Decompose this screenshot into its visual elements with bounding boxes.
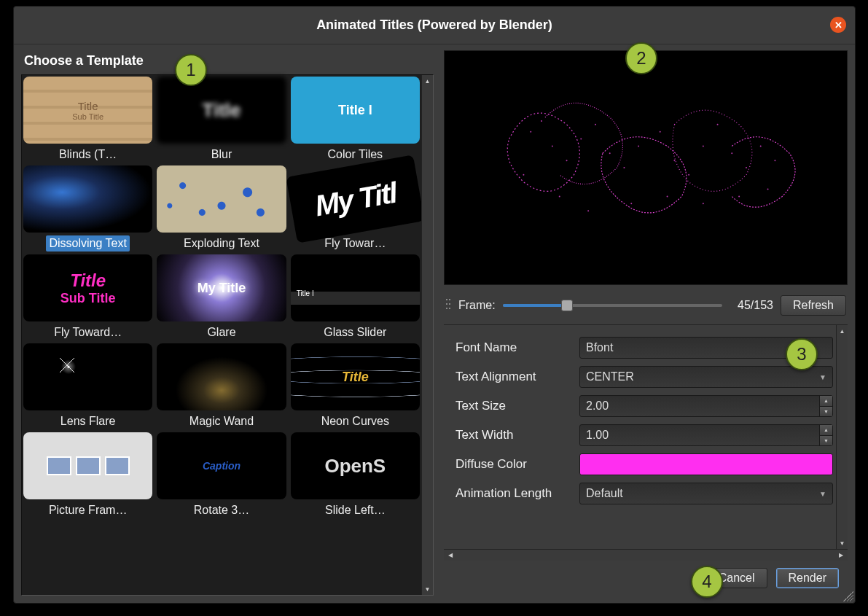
svg-point-8 [638,145,639,147]
template-label: Glass Slider [321,324,389,340]
template-thumb: Title [291,343,420,410]
prop-label: Diffuse Color [455,457,579,472]
scroll-left-icon[interactable]: ◀ [445,552,455,558]
scroll-right-icon[interactable]: ▶ [836,552,846,558]
prop-diffuse-color: Diffuse Color [455,453,833,475]
template-label: Exploding Text [181,235,262,252]
template-thumb: Title Sub Title [23,254,152,321]
spinner-buttons[interactable]: ▲ ▼ [819,396,832,416]
prop-text-size: Text Size 2.00 ▲ ▼ [455,395,833,417]
scroll-down-icon[interactable]: ▼ [837,537,848,549]
prop-font-name: Font Name Bfont [455,337,833,359]
template-label: Dissolving Text [46,235,129,252]
template-label: Picture Fram… [46,502,130,518]
spinner-up-icon[interactable]: ▲ [820,425,832,436]
prop-label: Text Size [455,399,579,413]
spinner-buttons[interactable]: ▲ ▼ [819,425,832,445]
template-exploding-text[interactable]: Exploding Text [157,165,286,252]
preview-pane: Frame: 45/153 Refresh Font Name [444,50,848,596]
template-thumb [23,432,152,499]
properties-scrollbar-h[interactable]: ◀ ▶ [444,549,848,561]
template-fly-toward-2[interactable]: Title Sub Title Fly Toward… [23,254,152,340]
template-dissolving-text[interactable]: Dissolving Text [23,165,152,252]
svg-point-7 [623,167,625,168]
svg-point-15 [746,167,747,168]
text-size-spinner[interactable]: 2.00 ▲ ▼ [579,395,833,417]
template-thumb [157,165,286,233]
template-label: Glare [204,324,238,340]
scroll-up-icon[interactable]: ▲ [422,75,433,87]
spinner-up-icon[interactable]: ▲ [820,396,832,407]
template-glare[interactable]: My Title Glare [157,254,286,340]
grip-icon[interactable] [445,297,451,314]
template-label: Neon Curves [318,413,392,429]
template-color-tiles[interactable]: Title I Color Tiles [291,77,420,163]
close-button[interactable]: ✕ [830,17,846,33]
template-thumb: OpenS [291,432,420,499]
frame-slider[interactable] [503,298,722,313]
svg-point-0 [530,131,531,133]
prop-label: Font Name [455,340,579,355]
template-scrollbar[interactable]: ▲ ▼ [421,75,433,595]
svg-point-13 [717,124,719,125]
resize-grip-icon[interactable] [843,591,853,601]
svg-point-16 [760,145,762,147]
svg-point-11 [688,174,689,176]
properties-scrollbar-v[interactable]: ▲ ▼ [836,325,848,549]
close-icon: ✕ [834,20,842,31]
dialog-title: Animated Titles (Powered by Blender) [316,17,552,33]
dialog-body: Choose a Template Title Sub Title Blinds… [14,44,855,603]
template-thumb: My Titl [286,155,425,243]
prop-animation-length: Animation Length Default [455,483,833,504]
template-blinds[interactable]: Title Sub Title Blinds (T… [23,77,152,163]
template-neon-curves[interactable]: Title Neon Curves [291,343,420,429]
template-thumb [23,165,152,233]
template-fly-toward-1[interactable]: My Titl Fly Towar… [291,165,420,252]
template-slide-left[interactable]: OpenS Slide Left… [291,432,420,518]
dialog-footer: Cancel Render [444,561,848,596]
svg-point-17 [774,160,775,161]
preview-viewport [444,50,848,285]
choose-template-heading: Choose a Template [24,53,434,69]
template-thumb: Title I [291,77,420,144]
spinner-down-icon[interactable]: ▼ [820,436,832,446]
svg-point-10 [673,160,675,161]
template-thumb: Title [157,77,286,144]
template-glass-slider[interactable]: Title I Glass Slider [291,254,420,340]
text-width-spinner[interactable]: 1.00 ▲ ▼ [579,424,833,446]
frame-counter: 45/153 [730,299,773,312]
text-alignment-select[interactable]: CENTER [579,366,833,388]
frame-label: Frame: [458,299,496,312]
template-label: Blinds (T… [56,147,120,163]
template-label: Lens Flare [58,413,119,429]
template-picture-frames[interactable]: Picture Fram… [23,432,152,518]
template-lens-flare[interactable]: Lens Flare [23,343,152,429]
refresh-button[interactable]: Refresh [781,295,846,316]
animated-titles-dialog: Animated Titles (Powered by Blender) ✕ C… [13,6,856,604]
template-label: Slide Left… [322,502,388,518]
spinner-down-icon[interactable]: ▼ [820,407,832,417]
template-label: Blur [208,147,235,163]
preview-particles-icon [445,51,847,284]
template-label: Rotate 3… [191,502,252,518]
template-rotate-3[interactable]: Caption Rotate 3… [157,432,286,518]
frame-controls: Frame: 45/153 Refresh [444,295,848,316]
svg-point-18 [523,174,524,176]
template-label: Color Tiles [325,147,386,163]
svg-point-2 [552,145,553,147]
template-blur[interactable]: Title Blur [157,77,286,163]
scroll-down-icon[interactable]: ▼ [422,583,433,595]
prop-label: Animation Length [455,486,579,501]
animation-length-select[interactable]: Default [579,483,833,504]
svg-point-19 [559,195,560,197]
svg-point-22 [667,195,668,197]
template-thumb: My Title [157,254,286,321]
prop-label: Text Alignment [455,370,579,384]
scroll-up-icon[interactable]: ▲ [837,325,848,337]
diffuse-color-picker[interactable] [579,453,833,475]
dialog-titlebar: Animated Titles (Powered by Blender) ✕ [14,7,855,44]
template-thumb: Title Sub Title [23,77,152,144]
svg-point-23 [703,203,704,204]
template-magic-wand[interactable]: Magic Wand [157,343,286,429]
render-button[interactable]: Render [776,568,839,588]
